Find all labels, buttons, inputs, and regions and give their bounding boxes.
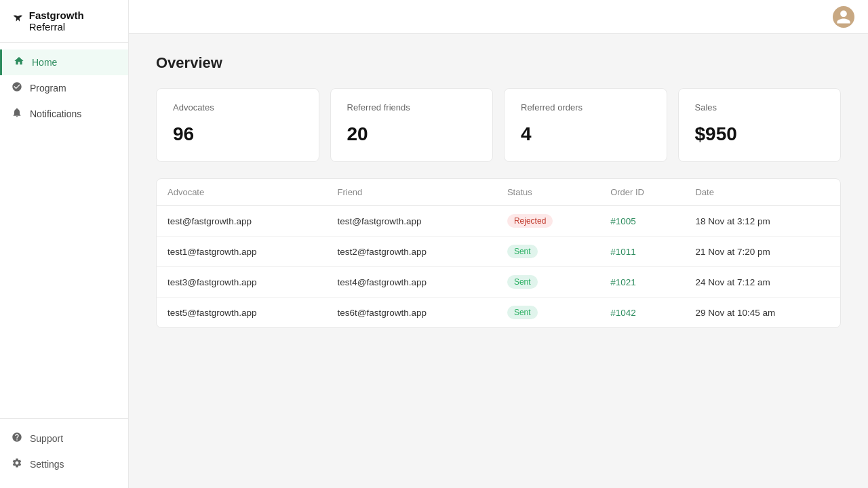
cell-status: Sent <box>496 267 599 298</box>
order-id-link[interactable]: #1021 <box>610 277 636 287</box>
cell-friend: tes6t@fastgrowth.app <box>326 298 496 328</box>
cell-date: 21 Nov at 7:20 pm <box>684 237 840 267</box>
sidebar-item-home-label: Home <box>32 57 57 68</box>
stat-card-referred-orders: Referred orders 4 <box>504 88 667 162</box>
page-title: Overview <box>156 54 841 72</box>
col-header-date: Date <box>684 179 840 206</box>
support-icon <box>11 432 23 445</box>
sidebar-item-support[interactable]: Support <box>0 426 128 451</box>
order-id-link[interactable]: #1005 <box>610 216 636 226</box>
sidebar: Fastgrowth Referral Home Program Notific… <box>0 0 129 488</box>
stat-value-referred-orders: 4 <box>521 123 650 145</box>
table-row: test3@fastgrowth.app test4@fastgrowth.ap… <box>157 267 840 298</box>
referrals-table: Advocate Friend Status Order ID Date tes… <box>157 179 840 327</box>
status-badge: Sent <box>507 275 538 289</box>
cell-status: Rejected <box>496 206 599 237</box>
table-row: test@fastgrowth.app test@fastgrowth.app … <box>157 206 840 237</box>
col-header-order-id: Order ID <box>599 179 684 206</box>
cell-order-id[interactable]: #1042 <box>599 298 684 328</box>
logo-icon <box>11 14 25 28</box>
status-badge: Rejected <box>507 214 553 228</box>
table-row: test1@fastgrowth.app test2@fastgrowth.ap… <box>157 237 840 267</box>
cell-friend: test2@fastgrowth.app <box>326 237 496 267</box>
sidebar-item-settings[interactable]: Settings <box>0 451 128 477</box>
logo: Fastgrowth Referral <box>0 0 128 43</box>
bell-icon <box>11 107 23 121</box>
logo-text: Fastgrowth Referral <box>29 9 117 33</box>
sidebar-item-program[interactable]: Program <box>0 75 128 101</box>
header <box>129 0 868 34</box>
cell-status: Sent <box>496 298 599 328</box>
col-header-advocate: Advocate <box>157 179 326 206</box>
user-avatar[interactable] <box>833 6 854 28</box>
stat-value-advocates: 96 <box>173 123 302 145</box>
table-row: test5@fastgrowth.app tes6t@fastgrowth.ap… <box>157 298 840 328</box>
stat-label-advocates: Advocates <box>173 102 302 113</box>
stat-card-advocates: Advocates 96 <box>156 88 319 162</box>
cell-date: 29 Nov at 10:45 am <box>684 298 840 328</box>
cell-order-id[interactable]: #1021 <box>599 267 684 298</box>
stat-label-referred-friends: Referred friends <box>347 102 477 113</box>
cell-order-id[interactable]: #1011 <box>599 237 684 267</box>
order-id-link[interactable]: #1042 <box>610 308 636 318</box>
cell-friend: test4@fastgrowth.app <box>326 267 496 298</box>
home-icon <box>13 56 25 69</box>
order-id-link[interactable]: #1011 <box>610 247 636 257</box>
stat-label-sales: Sales <box>695 102 825 113</box>
stat-card-referred-friends: Referred friends 20 <box>330 88 494 162</box>
stat-value-sales: $950 <box>695 123 825 145</box>
cell-advocate: test5@fastgrowth.app <box>157 298 326 328</box>
cell-order-id[interactable]: #1005 <box>599 206 684 237</box>
avatar-icon <box>835 9 852 25</box>
referrals-table-container: Advocate Friend Status Order ID Date tes… <box>156 178 841 328</box>
col-header-friend: Friend <box>326 179 496 206</box>
program-icon <box>11 81 23 95</box>
sidebar-item-support-label: Support <box>30 433 63 444</box>
status-badge: Sent <box>507 245 538 258</box>
cell-status: Sent <box>496 237 599 267</box>
cell-date: 24 Nov at 7:12 am <box>684 267 840 298</box>
status-badge: Sent <box>507 306 538 319</box>
sidebar-bottom: Support Settings <box>0 418 128 488</box>
stats-grid: Advocates 96 Referred friends 20 Referre… <box>156 88 841 162</box>
cell-friend: test@fastgrowth.app <box>326 206 496 237</box>
settings-icon <box>11 458 23 471</box>
table-header-row: Advocate Friend Status Order ID Date <box>157 179 840 206</box>
sidebar-item-program-label: Program <box>30 83 66 94</box>
cell-advocate: test1@fastgrowth.app <box>157 237 326 267</box>
sidebar-item-home[interactable]: Home <box>0 49 128 75</box>
cell-date: 18 Nov at 3:12 pm <box>684 206 840 237</box>
sidebar-item-settings-label: Settings <box>30 459 64 470</box>
main-nav: Home Program Notifications <box>0 43 128 418</box>
cell-advocate: test3@fastgrowth.app <box>157 267 326 298</box>
stat-label-referred-orders: Referred orders <box>521 102 650 113</box>
cell-advocate: test@fastgrowth.app <box>157 206 326 237</box>
sidebar-item-notifications-label: Notifications <box>30 108 81 119</box>
sidebar-item-notifications[interactable]: Notifications <box>0 101 128 127</box>
col-header-status: Status <box>496 179 599 206</box>
stat-value-referred-friends: 20 <box>347 123 477 145</box>
main-content: Overview Advocates 96 Referred friends 2… <box>129 34 868 488</box>
stat-card-sales: Sales $950 <box>678 88 842 162</box>
